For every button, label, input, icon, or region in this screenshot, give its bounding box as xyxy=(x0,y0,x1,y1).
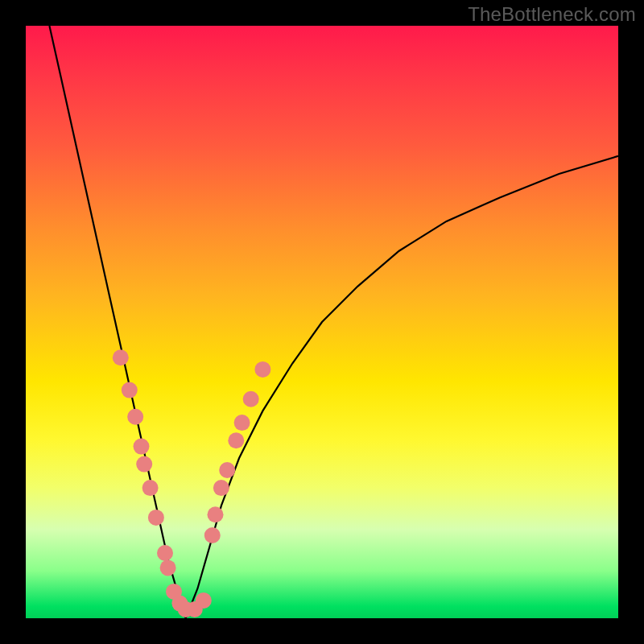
marker-dot xyxy=(134,439,150,455)
series-right-branch xyxy=(186,156,618,618)
marker-dot xyxy=(213,480,229,496)
marker-dot xyxy=(127,409,143,425)
marker-dot xyxy=(196,592,212,609)
chart-svg xyxy=(26,26,618,618)
marker-dot xyxy=(142,480,159,496)
marker-dot xyxy=(157,545,173,561)
marker-dot xyxy=(160,559,176,576)
chart-plot-area xyxy=(26,26,618,618)
series-left-branch xyxy=(49,26,185,618)
marker-dot xyxy=(122,382,138,398)
outer-frame: TheBottleneck.com xyxy=(0,0,644,644)
marker-dot xyxy=(228,432,244,448)
marker-dot xyxy=(136,456,152,473)
marker-dot xyxy=(254,361,270,378)
curve-markers xyxy=(113,349,271,617)
marker-dot xyxy=(148,510,164,526)
marker-dot xyxy=(113,349,129,365)
marker-dot xyxy=(234,415,250,431)
marker-dot xyxy=(204,527,221,543)
watermark-text: TheBottleneck.com xyxy=(468,3,636,26)
marker-dot xyxy=(208,506,224,522)
marker-dot xyxy=(243,391,259,407)
marker-dot xyxy=(219,462,235,478)
curve-lines xyxy=(49,26,618,618)
